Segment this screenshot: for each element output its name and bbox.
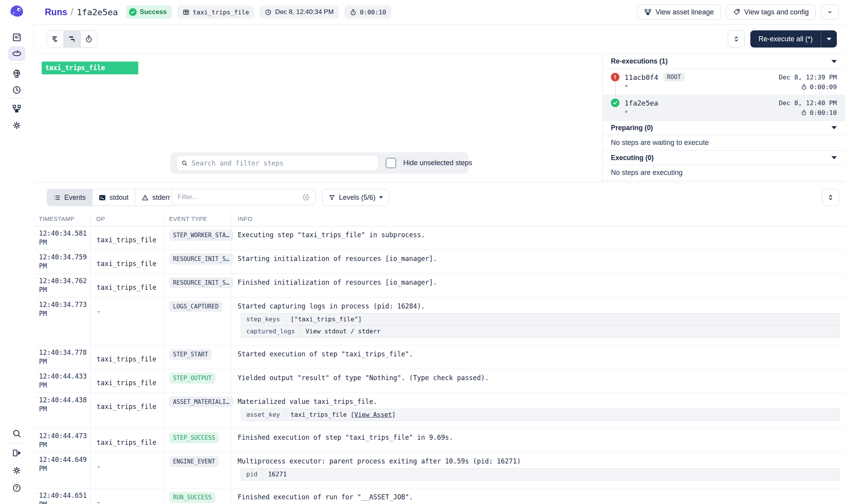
view-asset-link[interactable]: View Asset <box>354 411 392 419</box>
column-divider <box>231 212 231 504</box>
event-type-cell: RESOURCE_INIT_S… <box>164 274 231 297</box>
job-chip[interactable]: taxi_trips_file <box>177 5 254 19</box>
event-row[interactable]: 12:40:34.759PMtaxi_trips_fileRESOURCE_IN… <box>34 250 845 274</box>
breadcrumb-runs-link[interactable]: Runs <box>45 7 67 18</box>
event-type-cell: ASSET_MATERIALI… <box>164 393 231 428</box>
warning-triangle-icon <box>141 194 149 201</box>
sidebar-item-expand-panel[interactable] <box>0 448 34 458</box>
gantt-step-bar[interactable]: taxi_trips_file <box>42 62 138 74</box>
reexecution-run-row-selected[interactable]: 1fa2e5ea Dec 8, 12:40 PM * 0:00:10 <box>603 95 845 120</box>
event-op: - <box>90 298 164 345</box>
event-row[interactable]: 12:40:44.433PMtaxi_trips_fileSTEP_OUTPUT… <box>34 369 845 393</box>
event-op: taxi_trips_file <box>90 369 164 393</box>
step-search-box <box>176 155 379 171</box>
metadata-value[interactable]: taxi_trips_file [View Asset] <box>286 409 401 421</box>
events-toolbar: Events stdout stde <box>34 182 845 212</box>
log-filter-input[interactable] <box>177 193 299 201</box>
event-op: - <box>90 453 164 488</box>
success-check-icon <box>129 8 137 16</box>
view-tags-config-button[interactable]: View tags and config <box>726 4 816 20</box>
col-op: OP <box>96 212 105 226</box>
caret-down-icon <box>379 196 383 199</box>
sidebar-item-search[interactable] <box>0 428 34 439</box>
tab-stdout[interactable]: stdout <box>92 189 135 206</box>
sidebar-item-overview[interactable] <box>0 32 34 42</box>
run-id[interactable]: 11acb0f4 <box>624 73 658 81</box>
event-timestamp: 12:40:34.778PM <box>34 345 90 369</box>
breadcrumb-separator: / <box>71 7 73 18</box>
event-op: taxi_trips_file <box>90 345 164 369</box>
sidebar-item-help[interactable]: ? <box>0 483 34 493</box>
settings-gear-icon <box>12 465 22 476</box>
view-asset-lineage-button[interactable]: View asset lineage <box>637 4 721 20</box>
section-header-reexecutions[interactable]: Re-executions (1) <box>603 54 845 69</box>
clear-filter-icon[interactable] <box>302 193 310 201</box>
dagster-logo[interactable] <box>0 4 34 21</box>
event-type-cell: RESOURCE_INIT_S… <box>164 250 231 273</box>
event-row[interactable]: 12:40:44.473PMtaxi_trips_fileSTEP_SUCCES… <box>34 429 845 453</box>
event-row[interactable]: 12:40:44.649PM-ENGINE_EVENTMultiprocess … <box>34 453 845 488</box>
event-row[interactable]: 12:40:34.778PMtaxi_trips_fileSTEP_STARTS… <box>34 345 845 369</box>
timed-view-button[interactable] <box>80 31 97 47</box>
lineage-icon <box>12 104 22 114</box>
event-info: Finished execution of run for "__ASSET_J… <box>231 488 845 504</box>
event-op: taxi_trips_file <box>90 250 164 273</box>
tag-icon <box>733 8 741 16</box>
event-type-tag: ENGINE_EVENT <box>169 456 219 467</box>
event-type-cell: LOGS_CAPTURED <box>164 298 231 345</box>
event-row[interactable]: 12:40:34.773PM-LOGS_CAPTUREDStarted capt… <box>34 298 845 345</box>
metadata-value[interactable]: View stdout / stderr <box>300 326 386 337</box>
hide-unselected-checkbox[interactable] <box>386 158 396 168</box>
caret-down-icon <box>831 60 837 63</box>
sidebar-item-deployment[interactable] <box>0 120 34 130</box>
sidebar-item-lineage[interactable] <box>0 104 34 114</box>
event-timestamp: 12:40:34.759PM <box>34 250 90 273</box>
event-info: Starting initialization of resources [io… <box>231 250 845 273</box>
more-actions-button[interactable] <box>821 4 839 20</box>
run-status-panel: Re-executions (1) 11acb0f4 ROOT Dec 8, 1… <box>602 54 845 182</box>
flat-view-button[interactable] <box>47 31 64 47</box>
section-header-executing[interactable]: Executing (0) <box>603 150 845 165</box>
run-duration: 0:00:09 <box>801 83 837 91</box>
sidebar-item-assets[interactable] <box>0 69 34 79</box>
event-type-tag: RUN_SUCCESS <box>169 492 215 503</box>
search-icon <box>12 428 22 439</box>
waterfall-view-button[interactable] <box>64 31 80 47</box>
start-time-chip: Dec 8, 12:40:34 PM <box>259 5 339 19</box>
run-tree-connector <box>615 82 616 99</box>
levels-dropdown[interactable]: Levels (5/6) <box>322 189 389 206</box>
sidebar-item-schedules[interactable] <box>0 85 34 95</box>
sidebar-divider <box>8 98 25 99</box>
event-timestamp: 12:40:44.473PM <box>34 429 90 452</box>
stopwatch-icon <box>349 9 357 16</box>
section-header-preparing[interactable]: Preparing (0) <box>603 120 845 135</box>
event-row[interactable]: 12:40:34.581PMtaxi_trips_fileSTEP_WORKER… <box>34 226 845 250</box>
metadata-key: step_keys <box>241 314 286 325</box>
reexecute-dropdown-button[interactable] <box>821 30 837 48</box>
event-row[interactable]: 12:40:44.651PM-RUN_SUCCESSFinished execu… <box>34 488 845 504</box>
svg-text:?: ? <box>15 485 18 491</box>
event-row[interactable]: 12:40:44.438PMtaxi_trips_fileASSET_MATER… <box>34 393 845 429</box>
stopwatch-icon <box>801 84 807 90</box>
event-op: taxi_trips_file <box>90 429 164 452</box>
event-rows: 12:40:34.581PMtaxi_trips_fileSTEP_WORKER… <box>34 226 845 504</box>
tab-events[interactable]: Events <box>47 189 92 206</box>
event-type-tag: ASSET_MATERIALI… <box>169 397 233 407</box>
gantt-search-toolbar: Hide unselected steps <box>170 152 469 174</box>
metadata-row: pid16271 <box>241 469 839 480</box>
log-filter-box <box>171 189 316 205</box>
run-id[interactable]: 1fa2e5ea <box>624 99 658 107</box>
tab-stderr[interactable]: stderr <box>135 189 176 206</box>
event-info: Yielded output "result" of type "Nothing… <box>231 369 845 393</box>
sidebar-item-runs[interactable] <box>0 49 34 59</box>
reexecution-run-row[interactable]: 11acb0f4 ROOT Dec 8, 12:39 PM * 0:00:09 <box>603 69 845 95</box>
reexecute-all-button[interactable]: Re-execute all (*) <box>750 30 837 48</box>
sidebar-item-settings[interactable] <box>0 465 34 476</box>
event-timestamp: 12:40:44.651PM <box>34 488 90 504</box>
caret-down-icon <box>831 156 837 159</box>
expand-log-panel-button[interactable] <box>822 189 839 206</box>
metadata-key: pid <box>241 469 263 480</box>
gantt-zoom-button[interactable] <box>728 30 745 48</box>
step-search-input[interactable] <box>191 159 374 167</box>
event-row[interactable]: 12:40:34.762PMtaxi_trips_fileRESOURCE_IN… <box>34 274 845 298</box>
